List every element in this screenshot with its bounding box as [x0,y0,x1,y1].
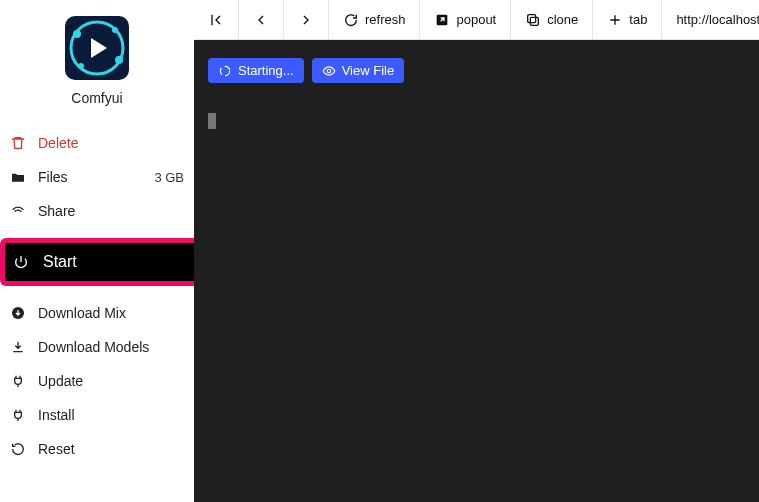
sidebar-item-install[interactable]: Install [0,398,194,432]
sidebar-item-share[interactable]: Share [0,194,194,228]
url-text: http://localhost [676,12,759,27]
sidebar-item-label: Download Mix [38,305,126,321]
sidebar-item-reset[interactable]: Reset [0,432,194,466]
app-logo-icon [65,16,129,80]
folder-icon [10,169,26,185]
popout-icon [434,12,450,28]
terminal[interactable]: Starting... View File [194,40,759,502]
popout-button[interactable]: popout [420,0,511,40]
sidebar-item-download-mix[interactable]: Download Mix [0,296,194,330]
refresh-icon [343,12,359,28]
chevron-right-icon [298,12,314,28]
sidebar-item-delete[interactable]: Delete [0,126,194,160]
svg-rect-9 [528,14,536,22]
plug-icon [10,407,26,423]
nav-forward-button[interactable] [284,0,329,40]
sidebar-item-label: Start [43,253,77,271]
start-highlight-border: Start [0,238,194,286]
eye-icon [322,64,336,78]
sidebar-item-update[interactable]: Update [0,364,194,398]
sidebar-item-download-models[interactable]: Download Models [0,330,194,364]
sidebar-item-start[interactable]: Start [5,243,194,281]
sidebar-item-label: Delete [38,135,78,151]
svg-point-2 [112,27,118,33]
terminal-cursor [208,113,216,129]
trash-icon [10,135,26,151]
sidebar-menu: Delete Files 3 GB Share [0,126,194,466]
sidebar-item-label: Files [38,169,68,185]
app-title: Comfyui [71,90,122,106]
toolbar-label: popout [456,12,496,27]
spinner-icon [218,64,232,78]
tab-button[interactable]: tab [593,0,662,40]
plug-icon [10,373,26,389]
toolbar-label: tab [629,12,647,27]
back-sidebar-button[interactable] [194,0,239,40]
svg-marker-5 [91,38,107,58]
terminal-buttons: Starting... View File [208,58,745,83]
clone-icon [525,12,541,28]
toolbar: refresh popout clone tab [194,0,759,40]
toolbar-label: clone [547,12,578,27]
sidebar-item-label: Reset [38,441,75,457]
nav-back-button[interactable] [239,0,284,40]
app-logo [65,16,129,80]
svg-point-4 [78,63,84,69]
svg-point-3 [115,56,123,64]
sidebar-item-label: Download Models [38,339,149,355]
files-size: 3 GB [154,170,184,185]
plus-icon [607,12,623,28]
sidebar-item-label: Install [38,407,75,423]
sidebar-item-files[interactable]: Files 3 GB [0,160,194,194]
starting-button[interactable]: Starting... [208,58,304,83]
sidebar: Comfyui Delete Files 3 GB Share [0,0,194,502]
svg-point-11 [327,69,331,73]
reset-icon [10,441,26,457]
main-area: refresh popout clone tab [194,0,759,502]
button-label: Starting... [238,63,294,78]
app-header: Comfyui [0,16,194,106]
url-field[interactable]: http://localhost [662,0,759,40]
svg-point-1 [73,30,81,38]
download-circle-icon [10,305,26,321]
download-icon [10,339,26,355]
refresh-button[interactable]: refresh [329,0,420,40]
button-label: View File [342,63,395,78]
wifi-icon [10,203,26,219]
sidebar-item-label: Share [38,203,75,219]
toolbar-label: refresh [365,12,405,27]
clone-button[interactable]: clone [511,0,593,40]
svg-point-10 [220,66,229,75]
chevron-left-icon [253,12,269,28]
power-icon [13,254,29,270]
sidebar-item-label: Update [38,373,83,389]
sidebar-back-icon [208,12,224,28]
svg-rect-8 [531,17,539,25]
view-file-button[interactable]: View File [312,58,405,83]
